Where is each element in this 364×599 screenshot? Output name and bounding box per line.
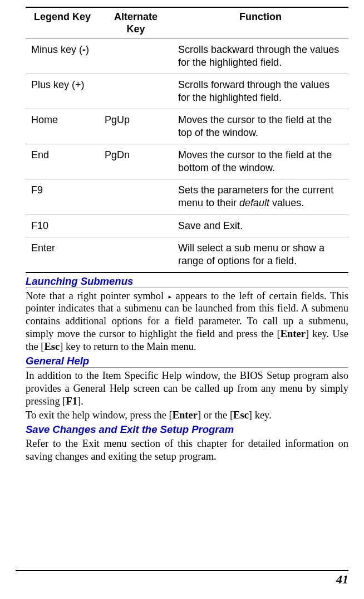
table-header-row: Legend Key Alternate Key Function: [26, 7, 348, 39]
cell-legend: Plus key (+): [26, 74, 99, 109]
cell-legend: F10: [26, 215, 99, 237]
cell-func: Moves the cursor to the field at the bot…: [173, 144, 348, 179]
heading-launching-submenus: Launching Submenus: [26, 275, 348, 288]
content-block: Launching Submenus Note that a right poi…: [26, 275, 348, 463]
heading-save-exit: Save Changes and Exit the Setup Program: [26, 423, 348, 436]
cell-legend: End: [26, 144, 99, 179]
cell-func: Scrolls backward through the values for …: [173, 39, 348, 74]
cell-alt: PgUp: [99, 109, 173, 144]
right-pointer-icon: ▸: [168, 293, 171, 302]
header-alternate-line1: Alternate: [114, 11, 158, 22]
table-row: Minus key (-) Scrolls backward through t…: [26, 39, 348, 74]
table-row: Plus key (+) Scrolls forward through the…: [26, 74, 348, 109]
page-number: 41: [336, 572, 348, 586]
heading-general-help: General Help: [26, 355, 348, 368]
cell-legend: Home: [26, 109, 99, 144]
cell-func: Moves the cursor to the field at the top…: [173, 109, 348, 144]
page: Legend Key Alternate Key Function Minus …: [0, 0, 364, 599]
header-alternate: Alternate Key: [99, 7, 173, 39]
cell-alt: [99, 237, 173, 272]
cell-legend: Enter: [26, 237, 99, 272]
cell-func: Scrolls forward through the values for t…: [173, 74, 348, 109]
key-function-table: Legend Key Alternate Key Function Minus …: [26, 7, 348, 273]
cell-alt: [99, 215, 173, 237]
header-function: Function: [173, 7, 348, 39]
table-row: F9 Sets the parameters for the current m…: [26, 179, 348, 215]
table-row: F10 Save and Exit.: [26, 215, 348, 237]
cell-alt: PgDn: [99, 144, 173, 179]
para-general-help-1: In addition to the Item Specific Help wi…: [26, 369, 348, 407]
para-launching-submenus: Note that a right pointer symbol ▸ appea…: [26, 290, 348, 353]
cell-alt: [99, 74, 173, 109]
cell-legend: F9: [26, 179, 99, 215]
table-row: End PgDn Moves the cursor to the field a…: [26, 144, 348, 179]
cell-alt: [99, 39, 173, 74]
header-legend: Legend Key: [26, 7, 99, 39]
cell-func: Sets the parameters for the current menu…: [173, 179, 348, 215]
cell-alt: [99, 179, 173, 215]
para-save-exit: Refer to the Exit menu section of this c…: [26, 437, 348, 463]
para-general-help-2: To exit the help window, press the [Ente…: [26, 409, 348, 422]
cell-legend: Minus key (-): [26, 39, 99, 74]
cell-func: Will select a sub menu or show a range o…: [173, 237, 348, 272]
page-footer: 41: [16, 570, 348, 587]
cell-func: Save and Exit.: [173, 215, 348, 237]
header-alternate-line2: Key: [126, 23, 145, 35]
table-row: Enter Will select a sub menu or show a r…: [26, 237, 348, 272]
table-row: Home PgUp Moves the cursor to the field …: [26, 109, 348, 144]
